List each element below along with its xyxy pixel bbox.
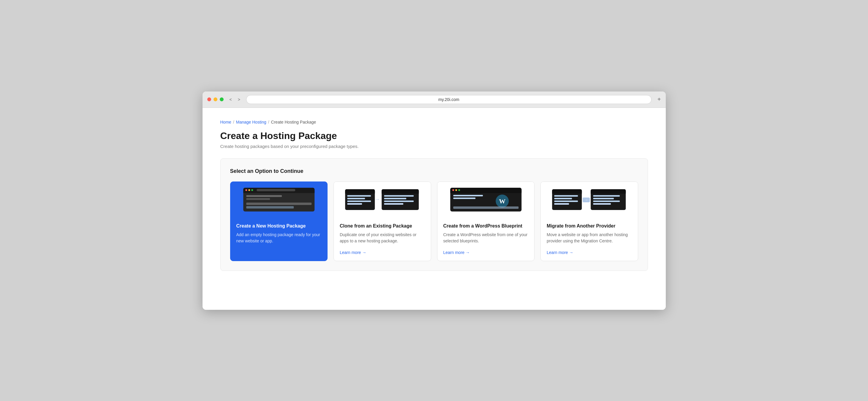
svg-rect-32 [453,195,483,196]
svg-rect-51 [593,201,620,202]
page-title: Create a Hosting Package [220,130,648,142]
svg-rect-22 [384,195,414,197]
svg-point-5 [251,189,253,191]
breadcrumb-manage-hosting[interactable]: Manage Hosting [236,120,267,124]
svg-rect-9 [246,203,311,205]
svg-rect-40 [554,195,578,197]
breadcrumb: Home / Manage Hosting / Create Hosting P… [220,120,648,124]
card-new-package-title: Create a New Hosting Package [237,223,321,229]
breadcrumb-home[interactable]: Home [220,120,231,124]
card-wordpress-blueprint-title: Create from a WordPress Blueprint [443,223,529,229]
card-wordpress-blueprint-body: Create from a WordPress Blueprint Create… [437,217,534,261]
card-new-package-image [230,182,328,217]
svg-rect-10 [246,206,294,209]
svg-rect-21 [381,192,419,194]
svg-text:→: → [374,196,380,202]
card-wordpress-blueprint[interactable]: W Create from a WordPress Blueprint Crea… [437,182,535,261]
svg-rect-8 [246,198,270,200]
svg-rect-15 [347,198,365,199]
svg-rect-41 [554,198,572,199]
card-new-package[interactable]: Create a New Hosting Package Add an empt… [230,182,328,261]
svg-rect-28 [450,191,522,193]
svg-text:→: → [584,198,588,202]
svg-rect-52 [593,203,611,205]
address-bar[interactable]: my.20i.com [246,95,652,104]
card-clone-package-body: Clone from an Existing Package Duplicate… [334,217,431,261]
svg-point-30 [455,189,457,191]
svg-rect-17 [347,203,362,205]
back-button[interactable]: < [227,96,234,103]
card-clone-package-desc: Duplicate one of your existing websites … [340,232,425,244]
options-title: Select an Option to Continue [230,168,638,174]
svg-rect-7 [246,195,282,197]
svg-rect-6 [256,189,295,191]
svg-rect-16 [347,201,371,202]
svg-rect-49 [593,195,620,197]
minimize-button[interactable] [214,97,217,101]
new-tab-button[interactable]: + [657,96,661,103]
options-panel: Select an Option to Continue [220,158,648,271]
nav-buttons: < > [227,96,243,103]
svg-rect-14 [347,195,371,197]
card-clone-package-title: Clone from an Existing Package [340,223,425,229]
breadcrumb-sep2: / [268,120,269,124]
card-clone-package[interactable]: → Clone from an Existing Package [334,182,431,261]
svg-rect-33 [453,197,475,199]
svg-rect-42 [554,201,578,202]
svg-point-3 [245,189,247,191]
close-button[interactable] [207,97,211,101]
svg-rect-13 [345,192,375,194]
svg-rect-25 [384,203,403,205]
page-subtitle: Create hosting packages based on your pr… [220,144,648,149]
svg-rect-23 [384,198,406,199]
svg-point-29 [452,189,454,191]
maximize-button[interactable] [220,97,224,101]
card-migrate-provider-desc: Move a website or app from another hosti… [547,232,632,244]
svg-text:W: W [499,197,505,205]
card-new-package-desc: Add an empty hosting package ready for y… [237,232,321,255]
card-migrate-provider-link[interactable]: Learn more → [547,250,632,255]
browser-titlebar: < > my.20i.com + [203,91,666,108]
card-migrate-provider-title: Migrate from Another Provider [547,223,632,229]
browser-window: < > my.20i.com + Home / Manage Hosting /… [203,91,666,310]
svg-point-4 [248,189,250,191]
svg-rect-2 [243,191,314,193]
card-wordpress-blueprint-link[interactable]: Learn more → [443,250,529,255]
svg-rect-36 [453,207,519,209]
card-wordpress-blueprint-image: W [437,182,534,217]
breadcrumb-sep1: / [233,120,234,124]
browser-content: Home / Manage Hosting / Create Hosting P… [203,108,666,310]
svg-rect-24 [384,201,414,202]
breadcrumb-current: Create Hosting Package [271,120,316,124]
card-new-package-body: Create a New Hosting Package Add an empt… [230,217,328,261]
card-wordpress-blueprint-desc: Create a WordPress website from one of y… [443,232,529,244]
card-migrate-provider-body: Migrate from Another Provider Move a web… [541,217,638,261]
cards-grid: Create a New Hosting Package Add an empt… [230,182,638,261]
svg-rect-39 [552,192,582,194]
svg-point-31 [458,189,460,191]
svg-rect-50 [593,198,614,199]
card-migrate-provider-image: → [541,182,638,217]
svg-rect-48 [591,192,626,194]
traffic-lights [207,97,224,101]
card-clone-package-image: → [334,182,431,217]
forward-button[interactable]: > [236,96,243,103]
svg-rect-43 [554,203,569,205]
card-migrate-provider[interactable]: → Migrate from Another Provider [540,182,638,261]
card-clone-package-link[interactable]: Learn more → [340,250,425,255]
